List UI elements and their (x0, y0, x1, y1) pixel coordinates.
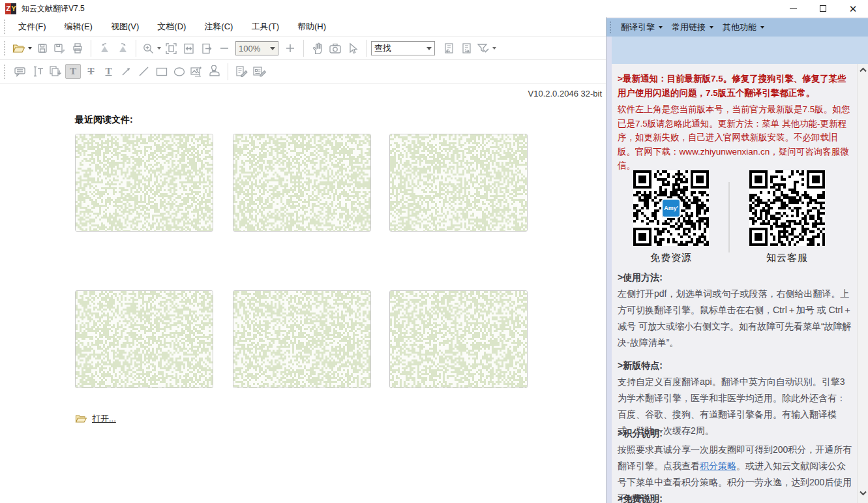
menu-document[interactable]: 文档(D) (150, 18, 193, 36)
notice-body: 软件左上角是您当前版本号，当前官方最新版是7.5版。如您已是7.5版请忽略此通知… (618, 102, 852, 173)
rotate-right-button[interactable] (113, 39, 131, 57)
text-select-icon (31, 65, 44, 78)
arrow-tool-button[interactable] (117, 63, 135, 81)
menu-help[interactable]: 帮助(H) (290, 18, 333, 36)
rectangle-icon (155, 66, 168, 78)
save-button[interactable] (33, 39, 51, 57)
menu-edit[interactable]: 编辑(E) (57, 18, 100, 36)
edit-form-button[interactable] (250, 63, 268, 81)
qr-section: Amy' 免费资源 知云客服 (612, 170, 846, 264)
menu-comment[interactable]: 注释(C) (197, 18, 240, 36)
panel-splitter[interactable] (606, 37, 612, 503)
minimize-button[interactable] (778, 0, 808, 17)
zoom-tool-button[interactable] (141, 39, 162, 57)
copy-text-button[interactable] (46, 63, 64, 81)
strikeout-icon: T (88, 67, 95, 76)
menu-tools[interactable]: 工具(T) (244, 18, 286, 36)
strikeout-tool-button[interactable]: T (82, 63, 100, 81)
tab-common-links[interactable]: 常用链接 (667, 18, 718, 37)
snapshot-button[interactable] (326, 39, 344, 57)
menu-bar: 文件(F) 编辑(E) 视图(V) 文档(D) 注释(C) 工具(T) 帮助(H… (0, 17, 606, 37)
recent-file-thumbnail[interactable] (233, 290, 371, 388)
toolbar-grip (610, 22, 612, 33)
points-heading: >积分说明: (618, 427, 852, 440)
qr-label: 免费资源 (650, 252, 692, 264)
chevron-down-icon (659, 26, 663, 29)
qr-free-resources: Amy' 免费资源 (633, 170, 709, 264)
folder-open-icon (12, 42, 25, 54)
menu-view[interactable]: 视图(V) (104, 18, 146, 36)
recent-files-heading: 最近阅读文件: (75, 114, 133, 126)
rotate-right-icon (116, 42, 129, 54)
points-strategy-link[interactable]: 积分策略 (700, 461, 736, 471)
fit-width-button[interactable] (180, 39, 198, 57)
actual-size-icon (200, 42, 213, 55)
minimize-icon (790, 8, 797, 9)
rectangle-tool-button[interactable] (153, 63, 170, 81)
line-tool-button[interactable] (135, 63, 153, 81)
open-file-link[interactable]: 打开... (75, 413, 116, 425)
print-icon (72, 42, 83, 54)
usage-body: 左侧打开pdf，划选单词或句子或段落，右侧给出翻译。上方可切换翻译引擎。鼠标单击… (618, 286, 852, 351)
edit-document-button[interactable] (233, 63, 250, 81)
recent-file-thumbnail[interactable] (233, 134, 371, 232)
rotate-left-icon (98, 42, 112, 54)
toolbar-separator (303, 40, 304, 57)
zoom-in-button[interactable] (281, 39, 299, 57)
highlight-tool-button[interactable]: T (64, 63, 82, 81)
find-combobox[interactable]: 查找 (371, 41, 435, 55)
scroll-down-button[interactable] (858, 487, 868, 499)
qr-divider (728, 182, 730, 252)
free-heading: >免费说明: (618, 492, 852, 503)
tab-translation-engine[interactable]: 翻译引擎 (616, 18, 667, 37)
image-tool-button[interactable] (188, 63, 205, 81)
chevron-up-icon (860, 67, 867, 72)
find-next-icon (460, 42, 473, 55)
panel-scrollbar[interactable] (857, 64, 868, 503)
recent-file-thumbnail[interactable] (389, 134, 528, 232)
annotation-toolbar: T T T (0, 60, 606, 84)
close-button[interactable]: ✕ (838, 0, 868, 17)
qr-code-customer-service (749, 170, 825, 246)
arrow-ne-icon (120, 65, 132, 78)
image-icon (190, 65, 203, 78)
line-icon (138, 65, 150, 78)
print-button[interactable] (68, 39, 86, 57)
open-button[interactable] (11, 39, 33, 57)
title-bar: ZY 知云文献翻译V7.5 ✕ (0, 0, 868, 17)
save-as-button[interactable] (51, 39, 68, 57)
toolbar-grip (4, 65, 6, 79)
ellipse-tool-button[interactable] (170, 63, 188, 81)
fit-page-button[interactable] (162, 39, 180, 57)
recent-file-thumbnail[interactable] (75, 134, 213, 232)
toolbar-separator (228, 63, 228, 80)
scroll-up-button[interactable] (858, 64, 868, 76)
find-previous-button[interactable] (440, 39, 458, 57)
rotate-left-button[interactable] (96, 39, 113, 57)
zoom-out-button[interactable] (215, 39, 233, 57)
notice-section: >最新通知：目前最新版7.5。修复了搜狗引擎、修复了某些用户使用闪退的问题，7.… (618, 72, 852, 173)
toolbar-separator (136, 40, 136, 57)
zoom-dropdown-caret (157, 47, 161, 50)
fit-page-icon (165, 42, 177, 55)
version-label: V10.2.0.2046 32-bit (528, 89, 602, 99)
actual-size-button[interactable] (198, 39, 215, 57)
select-tool-button[interactable] (344, 39, 361, 57)
app-icon: ZY (5, 3, 16, 14)
maximize-button[interactable] (808, 0, 838, 17)
tab-other-functions[interactable]: 其他功能 (718, 18, 769, 37)
usage-section: >使用方法: 左侧打开pdf，划选单词或句子或段落，右侧给出翻译。上方可切换翻译… (618, 271, 852, 351)
find-next-button[interactable] (458, 39, 475, 57)
recent-file-thumbnail[interactable] (75, 290, 213, 388)
translation-panel: 翻译引擎 常用链接 其他功能 >最新通知：目前最新版7.5。修复了搜狗引擎、修复… (606, 17, 868, 503)
zoom-level-combobox[interactable]: 100% (235, 41, 278, 55)
underline-tool-button[interactable]: T (100, 63, 117, 81)
filter-button[interactable] (475, 39, 498, 57)
text-select-button[interactable] (29, 63, 46, 81)
stamp-tool-button[interactable] (205, 63, 223, 81)
note-comment-button[interactable] (11, 63, 29, 81)
recent-file-thumbnail[interactable] (389, 290, 528, 388)
menu-file[interactable]: 文件(F) (11, 18, 53, 36)
hand-tool-button[interactable] (308, 39, 326, 57)
toolbar-separator (91, 40, 91, 57)
